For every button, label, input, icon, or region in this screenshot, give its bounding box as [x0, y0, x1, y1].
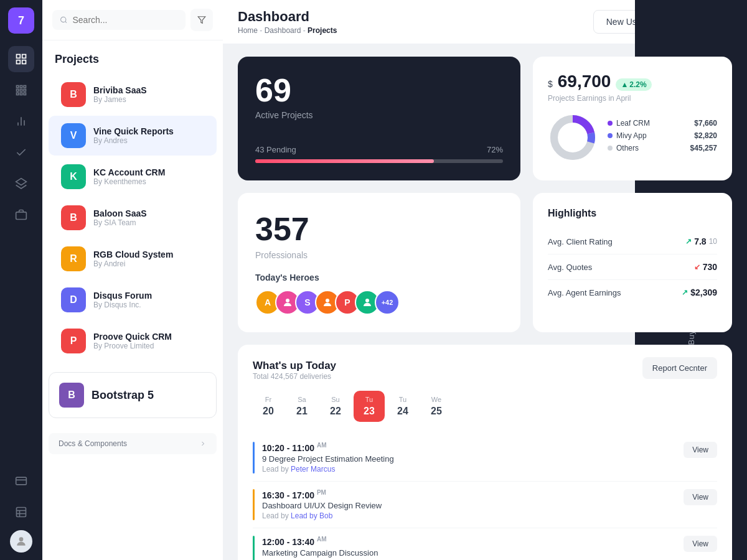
search-input-wrap[interactable] — [52, 10, 186, 30]
day-name: Tu — [399, 396, 406, 403]
event-view-button[interactable]: View — [684, 442, 717, 458]
header-left: Dashboard Home - Dashboard - Projects — [238, 9, 337, 35]
breadcrumb-dashboard[interactable]: Dashboard — [265, 26, 301, 35]
search-input[interactable] — [72, 15, 178, 25]
arrow-up-earnings: ↗ — [682, 288, 688, 297]
project-item[interactable]: K KC Account CRM By Keenthemes — [49, 157, 217, 197]
projects-heading: Projects — [42, 40, 223, 73]
calendar-day[interactable]: We 25 — [421, 391, 452, 422]
day-num: 22 — [330, 406, 341, 417]
active-projects-label: Active Projects — [255, 110, 503, 120]
legend-values: $7,660 $2,820 $45,257 — [690, 119, 717, 156]
project-item[interactable]: B Baloon SaaS By SIA Team — [49, 198, 217, 238]
svg-point-32 — [286, 299, 289, 302]
project-logo: B — [61, 82, 86, 107]
project-info: Proove Quick CRM By Proove Limited — [93, 332, 172, 350]
project-by: By SIA Team — [93, 218, 147, 227]
row-2: 357 Professionals Today's Heroes A S P — [238, 193, 732, 332]
rating-val: 7.8 — [694, 236, 706, 246]
calendar-day[interactable]: Su 22 — [320, 391, 351, 422]
quotes-val: 730 — [703, 262, 717, 272]
sidebar-grid-icon[interactable] — [8, 77, 34, 103]
project-logo: D — [61, 287, 86, 312]
highlight-label-earnings: Avg. Agent Earnings — [548, 288, 621, 297]
legend-item-mivy: Mivy App — [608, 131, 680, 140]
calendar-day[interactable]: Sa 21 — [286, 391, 317, 422]
svg-point-34 — [365, 299, 369, 302]
project-item[interactable]: V Vine Quick Reports By Andres — [49, 116, 217, 156]
svg-rect-11 — [20, 93, 22, 95]
project-info: Briviba SaaS By James — [93, 85, 147, 104]
progress-labels: 43 Pending 72% — [255, 145, 503, 154]
project-logo: K — [61, 164, 86, 189]
svg-rect-6 — [24, 86, 26, 88]
event-lead-link[interactable]: Lead by Bob — [291, 511, 332, 520]
svg-rect-8 — [20, 89, 22, 91]
sidebar-card-icon[interactable] — [8, 468, 34, 494]
highlights-title: Highlights — [548, 208, 717, 219]
active-projects-card: 69 Active Projects 43 Pending 72% — [238, 57, 520, 180]
search-bar — [42, 0, 223, 40]
sidebar-chart-icon[interactable] — [8, 108, 34, 134]
svg-rect-10 — [17, 93, 19, 95]
row-3: Report Cecnter What's up Today Total 424… — [238, 345, 732, 560]
svg-rect-3 — [22, 60, 26, 64]
filter-button[interactable] — [190, 9, 213, 31]
project-item[interactable]: P Proove Quick CRM By Proove Limited — [49, 321, 217, 361]
main-content: Dashboard Home - Dashboard - Projects Ne… — [223, 0, 747, 560]
svg-point-25 — [61, 17, 66, 22]
legend-dot-mivy — [608, 133, 613, 138]
legend-dot-leaf — [608, 121, 613, 126]
project-logo: R — [61, 246, 86, 271]
earnings-top: $ 69,700 ▲ 2.2% — [548, 72, 717, 91]
report-center-button[interactable]: Report Cecnter — [642, 357, 717, 379]
legend-item-leaf: Leaf CRM — [608, 119, 680, 128]
event-view-wrap: View — [684, 442, 717, 474]
user-avatar[interactable] — [10, 530, 32, 553]
calendar-day[interactable]: Tu 23 — [354, 391, 385, 422]
day-num: 24 — [397, 406, 408, 417]
event-view-button[interactable]: View — [684, 536, 717, 552]
sidebar-dashboard-icon[interactable] — [8, 46, 34, 72]
event-view-wrap: View — [684, 489, 717, 521]
sidebar-layers-icon[interactable] — [8, 170, 34, 197]
calendar-day[interactable]: Tu 24 — [387, 391, 418, 422]
svg-point-33 — [326, 299, 329, 302]
bootstrap-logo: B — [59, 383, 84, 408]
event-ampm: AM — [317, 442, 327, 449]
project-name: KC Account CRM — [93, 167, 165, 177]
project-item[interactable]: B Briviba SaaS By James — [49, 75, 217, 114]
event-time: 10:20 - 11:00 AM — [262, 442, 394, 453]
project-logo: B — [61, 205, 86, 230]
calendar-day[interactable]: Fr 20 — [253, 391, 284, 422]
breadcrumb-home[interactable]: Home — [238, 26, 258, 35]
event-content: 10:20 - 11:00 AM 9 Degree Project Estima… — [262, 442, 394, 474]
svg-marker-27 — [198, 17, 205, 24]
event-name: Dashboard UI/UX Design Review — [262, 501, 382, 510]
sidebar-table-icon[interactable] — [8, 499, 34, 525]
earnings-subtitle: Projects Earnings in April — [548, 94, 717, 103]
sidebar-check-icon[interactable] — [8, 139, 34, 166]
svg-point-24 — [19, 537, 24, 541]
events-list: 10:20 - 11:00 AM 9 Degree Project Estima… — [253, 434, 717, 560]
sidebar-briefcase-icon[interactable] — [8, 202, 34, 228]
highlight-val-rating: ↗ 7.8 10 — [685, 236, 717, 246]
legend-label-leaf: Leaf CRM — [616, 119, 650, 128]
project-info: Disqus Forum By Disqus Inc. — [93, 291, 152, 309]
legend-val-mivy: $2,820 — [690, 131, 717, 140]
project-name: RGB Cloud System — [93, 250, 173, 259]
docs-bar[interactable]: Docs & Components — [49, 433, 217, 454]
day-num: 23 — [364, 406, 375, 417]
legend-val-others: $45,257 — [690, 144, 717, 152]
event-bar — [253, 442, 255, 474]
project-item[interactable]: D Disqus Forum By Disqus Inc. — [49, 280, 217, 320]
project-info: Baloon SaaS By SIA Team — [93, 208, 147, 227]
earnings-card: $ 69,700 ▲ 2.2% Projects Earnings in Apr… — [533, 57, 732, 180]
svg-rect-1 — [22, 55, 26, 58]
project-item[interactable]: R RGB Cloud System By Andrei — [49, 239, 217, 279]
event-view-button[interactable]: View — [684, 489, 717, 505]
project-logo: V — [61, 123, 86, 148]
page-title: Dashboard — [238, 9, 337, 25]
project-info: Vine Quick Reports By Andres — [93, 126, 174, 145]
event-lead-link[interactable]: Peter Marcus — [291, 465, 335, 474]
